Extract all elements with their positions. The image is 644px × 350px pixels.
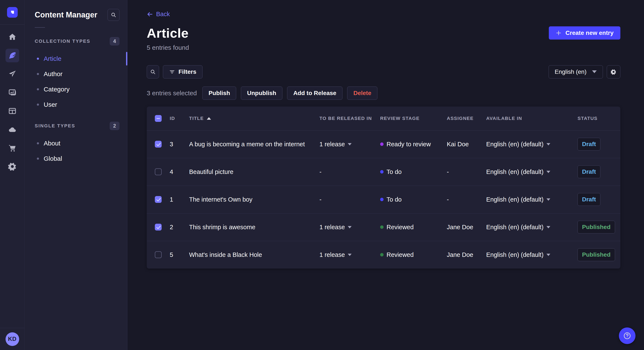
sidebar-item-label: About [44,140,60,147]
cell-released[interactable]: - [320,169,380,175]
delete-button[interactable]: Delete [347,87,377,100]
row-checkbox[interactable] [155,251,162,258]
stage-label: Reviewed [386,224,414,231]
back-label: Back [156,11,170,18]
table-row[interactable]: 2 This shrimp is awesome 1 release Revie… [147,213,620,241]
available-caret-icon [546,143,550,146]
main-content: Back Article Create new entry 5 entries … [128,0,644,350]
cell-available-in[interactable]: English (en) (default) [486,196,578,203]
page-title: Article [147,25,188,41]
cell-review-stage: To do [380,169,447,175]
table-row[interactable]: 3 A bug is becoming a meme on the intern… [147,130,620,158]
sidebar-item-global[interactable]: Global [25,151,127,166]
available-value: English (en) (default) [486,141,544,148]
active-indicator [126,52,127,65]
cell-assignee: Kai Doe [447,141,486,148]
publish-button[interactable]: Publish [202,87,236,100]
back-arrow-icon [147,11,153,17]
table-search-button[interactable] [147,65,159,78]
column-header-id[interactable]: ID [170,116,189,121]
section-count-badge: 4 [110,37,120,45]
column-header-released[interactable]: TO BE RELEASED IN [320,116,380,121]
cell-assignee: - [447,169,486,175]
bullet-icon [37,88,39,90]
select-all-checkbox[interactable] [155,115,162,122]
search-button[interactable] [108,9,120,21]
cell-available-in[interactable]: English (en) (default) [486,224,578,231]
sidebar-item-about[interactable]: About [25,136,127,151]
rail-header [0,0,24,25]
cloud-icon[interactable] [6,123,19,136]
column-header-assignee[interactable]: ASSIGNEE [447,116,486,121]
available-caret-icon [546,254,550,256]
help-button[interactable] [619,328,636,344]
home-icon[interactable] [6,30,19,44]
available-caret-icon [546,226,550,228]
content-type-builder-layout-icon[interactable] [6,104,19,118]
cell-review-stage: Reviewed [380,251,447,258]
row-checkbox[interactable] [155,196,162,203]
filter-icon [169,69,175,75]
sidebar-item-category[interactable]: Category [25,82,127,97]
cell-available-in[interactable]: English (en) (default) [486,141,578,148]
section-label: COLLECTION TYPES [35,38,90,44]
row-checkbox[interactable] [155,169,162,175]
column-header-review-stage[interactable]: REVIEW STAGE [380,116,447,121]
cell-released[interactable]: 1 release [320,224,380,231]
release-value: 1 release [320,251,345,258]
search-icon [150,69,156,75]
stage-label: To do [386,169,402,175]
sidebar-item-label: Author [44,70,62,78]
strapi-mark-icon [9,9,16,15]
media-library-images-icon[interactable] [6,86,19,99]
bullet-icon [37,58,39,60]
view-settings-button[interactable] [607,65,620,78]
sidebar-item-article[interactable]: Article [25,51,127,66]
cell-title: Beautiful picture [189,169,320,175]
cell-review-stage: To do [380,196,447,203]
unpublish-button[interactable]: Unpublish [241,87,282,100]
cell-available-in[interactable]: English (en) (default) [486,169,578,175]
table-row[interactable]: 4 Beautiful picture - To do - English (e… [147,158,620,186]
releases-paper-plane-icon[interactable] [6,67,19,81]
row-checkbox[interactable] [155,224,162,230]
sidebar-section: COLLECTION TYPES 4 Article Author Catego… [25,37,127,112]
stage-label: Ready to review [386,141,431,148]
sidebar-item-user[interactable]: User [25,97,127,112]
cell-title: The internet's Own boy [189,196,320,203]
user-avatar[interactable]: KD [6,332,19,346]
table-body: 3 A bug is becoming a meme on the intern… [147,130,620,269]
rail-footer: KD [0,328,24,350]
create-new-entry-button[interactable]: Create new entry [549,26,620,39]
marketplace-cart-icon[interactable] [6,141,19,155]
sidebar-item-author[interactable]: Author [25,66,127,82]
row-checkbox[interactable] [155,141,162,148]
bullet-icon [37,104,39,106]
cell-id: 5 [170,251,189,258]
column-header-status[interactable]: STATUS [578,116,614,121]
stage-dot [380,198,384,201]
content-manager-feather-icon[interactable] [6,49,19,62]
section-count-badge: 2 [110,122,120,130]
add-to-release-button[interactable]: Add to Release [287,87,342,100]
cell-released[interactable]: 1 release [320,251,380,258]
filters-button[interactable]: Filters [163,65,202,78]
cell-available-in[interactable]: English (en) (default) [486,251,578,258]
cell-title: A bug is becoming a meme on the internet [189,141,320,148]
column-header-available-in[interactable]: AVAILABLE IN [486,116,578,121]
cell-assignee: Jane Doe [447,224,486,231]
delete-label: Delete [353,90,371,97]
back-link[interactable]: Back [147,11,170,18]
locale-select[interactable]: English (en) [548,65,603,78]
table-row[interactable]: 5 What's inside a Black Hole 1 release R… [147,241,620,269]
sidebar-section: SINGLE TYPES 2 About Global [25,122,127,166]
subnav-header: Content Manager [25,0,127,28]
cell-released[interactable]: - [320,196,380,203]
column-header-title-label: TITLE [189,116,204,121]
table-row[interactable]: 1 The internet's Own boy - To do - Engli… [147,186,620,213]
strapi-logo[interactable] [7,7,18,18]
cell-released[interactable]: 1 release [320,141,380,148]
column-header-title[interactable]: TITLE [189,116,320,121]
settings-gear-icon[interactable] [6,160,19,173]
status-badge: Draft [578,166,600,178]
